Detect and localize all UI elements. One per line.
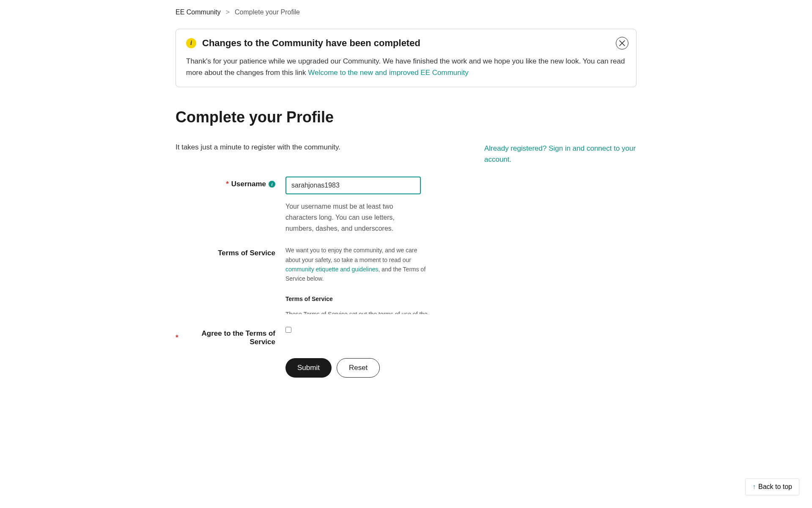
username-hint: Your username must be at least two chara… — [285, 201, 421, 234]
required-star: * — [176, 334, 178, 342]
reset-button[interactable]: Reset — [337, 358, 380, 378]
agree-checkbox[interactable] — [285, 327, 291, 333]
breadcrumb-separator: > — [226, 8, 230, 16]
required-star: * — [226, 180, 229, 188]
signin-link[interactable]: Already registered? Sign in and connect … — [484, 143, 636, 165]
notification-banner: i Changes to the Community have been com… — [176, 29, 636, 87]
breadcrumb-home-link[interactable]: EE Community — [176, 8, 221, 16]
breadcrumb-current: Complete your Profile — [235, 8, 300, 16]
terms-heading: Terms of Service — [285, 295, 476, 302]
notification-body: Thank's for your patience while we upgra… — [186, 55, 626, 78]
page-subtitle: It takes just a minute to register with … — [176, 143, 340, 152]
username-label: * Username i — [226, 180, 275, 188]
terms-body: These Terms of Service set out the terms… — [285, 311, 429, 314]
info-icon: i — [186, 38, 196, 48]
notification-title: Changes to the Community have been compl… — [202, 38, 420, 49]
close-icon[interactable] — [616, 37, 628, 50]
agree-label: * Agree to the Terms of Service — [176, 329, 275, 346]
terms-intro: We want you to enjoy the community, and … — [285, 246, 429, 284]
help-icon[interactable]: i — [269, 181, 275, 188]
username-input[interactable] — [285, 177, 421, 194]
breadcrumb: EE Community > Complete your Profile — [176, 8, 636, 16]
page-title: Complete your Profile — [176, 108, 636, 126]
submit-button[interactable]: Submit — [285, 358, 332, 378]
terms-label: Terms of Service — [218, 249, 275, 257]
community-guidelines-link[interactable]: community etiquette and guidelines — [285, 266, 378, 273]
notification-link[interactable]: Welcome to the new and improved EE Commu… — [308, 69, 469, 77]
